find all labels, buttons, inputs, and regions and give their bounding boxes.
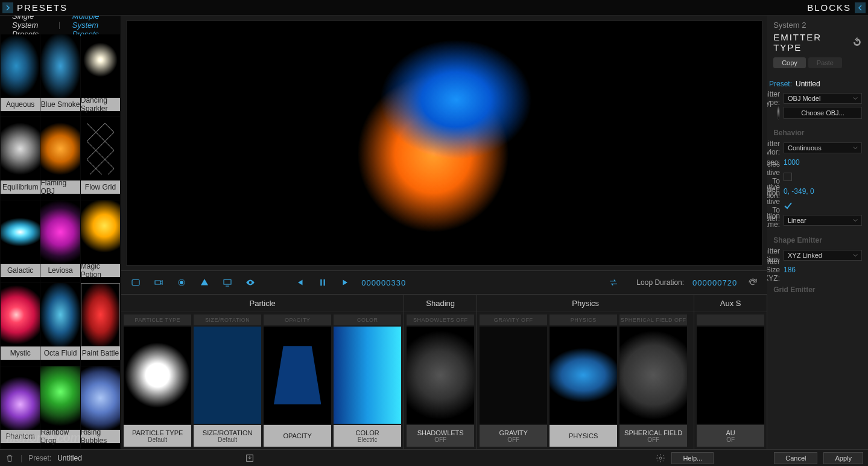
block-group-header: Particle xyxy=(121,295,404,312)
preset-label: Flaming OBJ xyxy=(40,180,80,194)
camera-icon[interactable] xyxy=(151,275,166,290)
position-subframe-select[interactable]: Linear xyxy=(784,215,862,226)
refresh-icon[interactable] xyxy=(746,275,760,290)
preset-item[interactable]: Equilibrium xyxy=(1,117,40,199)
preset-thumb xyxy=(1,117,40,180)
visibility-icon[interactable] xyxy=(243,275,258,290)
emitter-size-xyz-value[interactable]: 186 xyxy=(784,266,862,274)
block-thumb xyxy=(550,327,617,424)
position-rel-master-check[interactable] xyxy=(784,202,792,210)
cancel-button[interactable]: Cancel xyxy=(774,452,817,464)
preset-label: Magic Potion xyxy=(81,264,120,277)
preset-thumb xyxy=(40,283,80,346)
preset-thumb xyxy=(1,283,40,346)
block-chip: OPACITY xyxy=(264,314,331,325)
apply-button[interactable]: Apply xyxy=(823,452,863,464)
shape-emitter-header: Shape Emitter xyxy=(773,236,862,244)
preset-item[interactable]: Dancing Sparkler xyxy=(81,34,120,116)
bottombar-preset-value[interactable]: Untitled xyxy=(57,454,82,462)
particles-rel-master-check[interactable] xyxy=(784,173,792,181)
preset-label: Mystic xyxy=(1,346,40,360)
preset-label: Blue Smoke xyxy=(40,98,80,111)
emitter-type-select[interactable]: OBJ Model xyxy=(784,93,862,104)
block-item[interactable]: GRAVITY OFFGRAVITYOFF xyxy=(480,314,547,447)
save-icon[interactable] xyxy=(245,453,255,463)
paste-button[interactable]: Paste xyxy=(808,57,842,68)
reset-icon[interactable] xyxy=(852,37,862,47)
preset-label: Leviosa xyxy=(40,264,80,277)
block-item[interactable]: SPHERICAL FIELD OFFSPHERICAL FIELDOFF xyxy=(619,314,687,447)
blocks-title: BLOCKS xyxy=(807,2,851,13)
delete-icon[interactable] xyxy=(5,453,14,463)
block-thumb xyxy=(480,327,547,424)
copy-button[interactable]: Copy xyxy=(773,57,806,68)
block-item[interactable]: AUOF xyxy=(697,314,764,447)
presets-title: PRESETS xyxy=(17,2,68,13)
block-group-header: Physics xyxy=(477,295,694,312)
preset-item[interactable]: Aqueous xyxy=(1,34,40,116)
preset-item[interactable]: Octa Fluid xyxy=(40,283,80,365)
block-chip xyxy=(697,314,764,325)
preset-label: Dancing Sparkler xyxy=(81,98,120,111)
block-item[interactable]: PHYSICSPHYSICS xyxy=(550,314,617,447)
presets-expand-button[interactable] xyxy=(2,2,13,13)
preset-item[interactable]: Rising Bubbles xyxy=(81,366,120,448)
particles-sec-value[interactable]: 1000 xyxy=(784,158,862,167)
preset-item[interactable]: Flaming OBJ xyxy=(40,117,80,199)
obscuration-icon[interactable] xyxy=(197,275,212,290)
properties-panel: System 2 EMITTER TYPE Copy Paste Preset:… xyxy=(767,16,868,449)
block-group-header: Aux S xyxy=(694,295,767,312)
svg-rect-3 xyxy=(224,280,231,285)
preset-item[interactable]: Paint Battle xyxy=(81,283,120,365)
preset-item[interactable]: Leviosa xyxy=(40,200,80,282)
block-label: COLORElectric xyxy=(334,425,401,447)
block-item[interactable]: SHADOWLETS OFFSHADOWLETSOFF xyxy=(407,314,474,447)
help-button[interactable]: Help... xyxy=(671,452,714,464)
preset-label: Paint Battle xyxy=(81,346,120,360)
preset-thumb xyxy=(40,200,80,264)
behavior-header: Behavior xyxy=(773,129,862,137)
pause-button[interactable] xyxy=(315,275,330,290)
preset-thumb xyxy=(81,200,120,264)
block-item[interactable]: SIZE/ROTATIONSIZE/ROTATIONDefault xyxy=(194,314,261,447)
render-icon[interactable] xyxy=(128,275,143,290)
choose-obj-button[interactable]: Choose OBJ... xyxy=(784,107,862,119)
emitter-size-select[interactable]: XYZ Linked xyxy=(784,250,862,261)
frame-counter[interactable]: 000000330 xyxy=(361,278,406,287)
block-item[interactable]: COLORCOLORElectric xyxy=(334,314,401,447)
preset-item[interactable]: Galactic xyxy=(1,200,40,282)
preset-label: Phantom xyxy=(1,430,40,443)
preset-thumb xyxy=(81,366,120,430)
preview-viewport[interactable] xyxy=(126,21,762,266)
preset-item[interactable]: Mystic xyxy=(1,283,40,365)
preset-item[interactable]: Flow Grid xyxy=(81,117,120,199)
relative-position-value[interactable]: 0, -349, 0 xyxy=(784,187,862,196)
loop-duration[interactable]: 000000720 xyxy=(692,278,737,287)
blocks-collapse-button[interactable] xyxy=(855,2,866,13)
last-frame-button[interactable] xyxy=(338,275,353,290)
screen-icon[interactable] xyxy=(220,275,235,290)
preset-item[interactable]: Rainbow Drop xyxy=(40,366,80,448)
preset-thumb xyxy=(81,117,120,180)
panel-title: EMITTER TYPE xyxy=(773,32,852,53)
block-label: SPHERICAL FIELDOFF xyxy=(619,425,687,447)
preset-item[interactable]: Magic Potion xyxy=(81,200,120,282)
loop-icon[interactable] xyxy=(606,275,621,290)
preset-item[interactable]: Blue Smoke xyxy=(40,34,80,116)
block-group: Aux SAUOF xyxy=(694,295,767,449)
first-frame-button[interactable] xyxy=(293,275,307,290)
block-item[interactable]: PARTICLE TYPEPARTICLE TYPEDefault xyxy=(124,314,191,447)
block-thumb xyxy=(334,327,401,424)
preset-item[interactable]: Phantom xyxy=(1,366,40,448)
block-chip: PARTICLE TYPE xyxy=(124,314,191,325)
emitter-behavior-select[interactable]: Continuous xyxy=(784,142,862,153)
motion-blur-icon[interactable] xyxy=(174,275,189,290)
settings-icon[interactable] xyxy=(656,453,665,463)
block-chip: GRAVITY OFF xyxy=(480,314,547,325)
preset-label: Rainbow Drop xyxy=(40,430,80,443)
preset-value[interactable]: Untitled xyxy=(796,80,858,88)
block-item[interactable]: OPACITYOPACITY xyxy=(264,314,331,447)
preset-thumb xyxy=(40,117,80,180)
emitter-type-label: Emitter Type: xyxy=(767,90,780,107)
preset-label: Octa Fluid xyxy=(40,346,80,360)
